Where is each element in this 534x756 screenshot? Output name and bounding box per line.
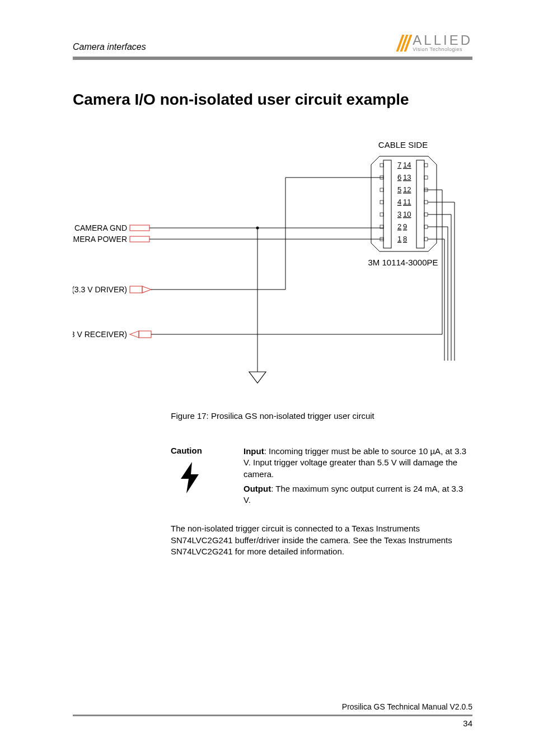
svg-text:CAMERA GND: CAMERA GND (74, 223, 127, 232)
svg-rect-11 (380, 213, 383, 216)
svg-rect-29 (424, 237, 428, 241)
header-divider (73, 57, 472, 60)
svg-text:13: 13 (403, 173, 411, 181)
cable-side-label: CABLE SIDE (378, 140, 428, 150)
connector-label: 3M 10114-3000PE (368, 258, 438, 267)
circuit-diagram: CABLE SIDE 7 6 5 4 3 2 1 14 (73, 137, 472, 400)
footer-divider (73, 715, 472, 716)
logo-sub-text: Vision Technologies (413, 47, 472, 52)
figure-caption: Figure 17: Prosilica GS non-isolated tri… (73, 411, 472, 421)
svg-text:7: 7 (397, 161, 401, 169)
svg-rect-7 (380, 188, 383, 192)
svg-rect-9 (380, 200, 383, 204)
svg-rect-37 (130, 286, 142, 293)
svg-rect-42 (139, 331, 151, 338)
svg-rect-19 (424, 176, 428, 179)
svg-text:CAMERA POWER: CAMERA POWER (73, 235, 127, 244)
caution-block: Caution Input: Incoming trigger must be … (171, 446, 472, 509)
svg-text:4: 4 (397, 198, 401, 206)
page-number: 34 (73, 718, 472, 728)
logo: ALLIED Vision Technologies (399, 34, 472, 52)
svg-rect-3 (380, 164, 383, 167)
logo-main-text: ALLIED (413, 34, 472, 47)
page-title: Camera I/O non-isolated user circuit exa… (73, 91, 472, 109)
svg-rect-27 (424, 225, 428, 228)
svg-rect-17 (424, 164, 428, 167)
lightning-icon (176, 461, 227, 497)
svg-text:9: 9 (403, 222, 407, 231)
svg-rect-34 (130, 236, 149, 242)
svg-text:5: 5 (397, 185, 401, 194)
svg-rect-0 (383, 160, 391, 248)
svg-text:8: 8 (403, 235, 407, 243)
svg-text:10: 10 (403, 210, 411, 218)
svg-text:2: 2 (397, 222, 401, 231)
svg-text:OUT 2 (3.3 V RECEIVER): OUT 2 (3.3 V RECEIVER) (73, 330, 127, 339)
svg-text:6: 6 (397, 173, 401, 181)
svg-rect-1 (416, 160, 424, 248)
svg-point-47 (256, 227, 259, 230)
svg-text:11: 11 (403, 198, 411, 206)
svg-text:1: 1 (397, 235, 401, 243)
section-title: Camera interfaces (73, 42, 146, 52)
logo-slashes-icon (399, 35, 409, 52)
svg-text:3: 3 (397, 210, 401, 218)
page-footer: Prosilica GS Technical Manual V2.0.5 34 (73, 702, 472, 728)
page-header: Camera interfaces ALLIED Vision Technolo… (73, 34, 472, 52)
svg-rect-25 (424, 213, 428, 216)
caution-text: Input: Incoming trigger must be able to … (243, 446, 472, 509)
svg-text:IN 2 (3.3 V DRIVER): IN 2 (3.3 V DRIVER) (73, 285, 127, 294)
svg-text:12: 12 (403, 185, 411, 194)
caution-label: Caution (171, 446, 227, 455)
svg-rect-31 (130, 225, 149, 231)
manual-version: Prosilica GS Technical Manual V2.0.5 (73, 702, 472, 711)
body-paragraph: The non-isolated trigger circuit is conn… (171, 523, 472, 557)
svg-text:14: 14 (403, 161, 411, 169)
svg-rect-23 (424, 200, 428, 204)
